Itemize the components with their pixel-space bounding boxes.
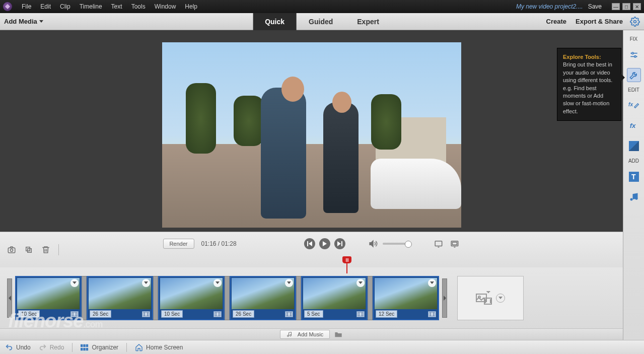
clip-filmstrip-icon (285, 311, 293, 317)
fullscreen-icon[interactable] (449, 238, 460, 249)
fx-icon[interactable]: fx (627, 119, 641, 133)
svg-rect-58 (86, 344, 88, 346)
menu-help[interactable]: Help (180, 1, 202, 12)
prev-frame-button[interactable] (304, 238, 315, 249)
playhead-marker-icon (342, 256, 351, 263)
save-button[interactable]: Save (588, 3, 602, 10)
clip-transition-handle[interactable] (368, 276, 373, 320)
svg-point-55 (290, 335, 291, 336)
clip-menu-icon[interactable] (142, 279, 150, 287)
svg-rect-60 (84, 347, 86, 350)
menu-tools[interactable]: Tools (127, 1, 150, 12)
clip-transition-handle[interactable] (153, 276, 158, 320)
project-name: My new video project2.... (516, 3, 583, 10)
menu-clip[interactable]: Clip (55, 1, 75, 12)
clip-menu-icon[interactable] (428, 279, 436, 287)
clip-duration-label: 5 Sec (304, 310, 323, 318)
add-clip-dropzone[interactable]: + (457, 276, 524, 320)
clip-transition-handle[interactable] (225, 276, 230, 320)
svg-rect-57 (84, 344, 86, 346)
svg-rect-25 (435, 241, 442, 246)
redo-icon (39, 343, 47, 351)
app-logo-icon (3, 2, 12, 11)
volume-icon[interactable] (368, 238, 379, 249)
clip-duration-label: 26 Sec (90, 310, 111, 318)
tab-guided[interactable]: Guided (297, 13, 345, 30)
add-media-button[interactable]: Add Media (4, 18, 43, 25)
trash-icon[interactable] (40, 244, 51, 255)
menu-text[interactable]: Text (107, 1, 127, 12)
window-close-icon[interactable]: ✕ (633, 3, 641, 10)
svg-marker-0 (5, 4, 10, 9)
menu-window[interactable]: Window (150, 1, 181, 12)
add-media-label: Add Media (4, 18, 37, 25)
text-icon[interactable]: T (627, 170, 641, 184)
right-rail: FIX EDIT fx fx ADD T (623, 30, 644, 340)
timeline-trim-end-handle[interactable] (442, 278, 447, 318)
menu-bar: File Edit Clip Timeline Text Tools Windo… (17, 1, 202, 12)
rail-section-edit: EDIT (628, 87, 639, 93)
menu-timeline[interactable]: Timeline (75, 1, 107, 12)
timeline-clip[interactable]: 10 Sec (15, 276, 82, 320)
volume-slider[interactable] (383, 243, 411, 245)
svg-rect-45 (429, 312, 435, 316)
timeline-clip[interactable]: 26 Sec (87, 276, 153, 320)
timeline-trim-start-handle[interactable] (7, 278, 12, 318)
redo-button[interactable]: Redo (39, 343, 64, 351)
rail-section-add: ADD (628, 158, 639, 164)
organizer-button[interactable]: Organizer (81, 343, 118, 351)
render-button[interactable]: Render (163, 239, 194, 249)
clip-transition-handle[interactable] (82, 276, 87, 320)
tools-icon[interactable] (627, 68, 641, 82)
safe-margins-icon[interactable] (433, 238, 444, 249)
window-minimize-icon[interactable]: — (612, 3, 620, 10)
svg-rect-22 (341, 241, 342, 246)
svg-rect-33 (143, 312, 149, 316)
next-frame-button[interactable] (334, 238, 345, 249)
browse-folder-icon[interactable] (334, 330, 343, 338)
svg-rect-36 (214, 312, 221, 316)
clip-filmstrip-icon (70, 311, 79, 317)
menu-edit[interactable]: Edit (36, 1, 55, 12)
export-share-button[interactable]: Export & Share (576, 18, 623, 25)
svg-text:T: T (631, 173, 636, 181)
clip-menu-icon[interactable] (70, 279, 79, 287)
gear-icon[interactable] (630, 17, 640, 27)
fx-brush-icon[interactable]: fx (627, 99, 641, 113)
clip-menu-icon[interactable] (285, 279, 293, 287)
timecode-display: 01:16 / 01:28 (201, 240, 237, 247)
tab-quick[interactable]: Quick (253, 13, 297, 30)
color-icon[interactable] (627, 139, 641, 153)
organizer-icon (81, 343, 89, 351)
timeline-clip[interactable]: 10 Sec (158, 276, 225, 320)
clip-menu-icon[interactable] (213, 279, 222, 287)
create-label: Create (546, 18, 566, 25)
titlebar: File Edit Clip Timeline Text Tools Windo… (0, 0, 644, 13)
music-icon[interactable] (627, 190, 641, 204)
timeline-clip[interactable]: 5 Sec (301, 276, 368, 320)
svg-text:fx: fx (629, 122, 635, 129)
timeline-clip[interactable]: 12 Sec (373, 276, 439, 320)
adjust-sliders-icon[interactable] (627, 48, 641, 62)
timeline-playhead[interactable] (342, 256, 351, 273)
bottom-bar: Undo Redo Organizer Home Screen (0, 340, 644, 354)
add-music-button[interactable]: Add Music (280, 330, 330, 339)
undo-button[interactable]: Undo (5, 343, 31, 351)
window-maximize-icon[interactable]: □ (622, 3, 630, 10)
svg-rect-19 (307, 241, 308, 246)
menu-file[interactable]: File (17, 1, 36, 12)
add-music-label: Add Music (298, 331, 323, 337)
timeline-clip[interactable]: 26 Sec (230, 276, 296, 320)
create-button[interactable]: Create (546, 18, 568, 25)
tab-expert[interactable]: Expert (345, 13, 391, 30)
play-button[interactable] (319, 238, 330, 249)
divider (126, 343, 127, 352)
clip-transition-handle[interactable] (296, 276, 301, 320)
snapshot-icon[interactable] (6, 244, 17, 255)
video-preview[interactable] (162, 42, 461, 228)
mode-bar: Add Media Quick Guided Expert Create Exp… (0, 13, 644, 30)
clip-menu-icon[interactable] (356, 279, 365, 287)
undo-label: Undo (16, 344, 31, 351)
home-screen-button[interactable]: Home Screen (135, 343, 183, 351)
crop-icon[interactable] (23, 244, 34, 255)
